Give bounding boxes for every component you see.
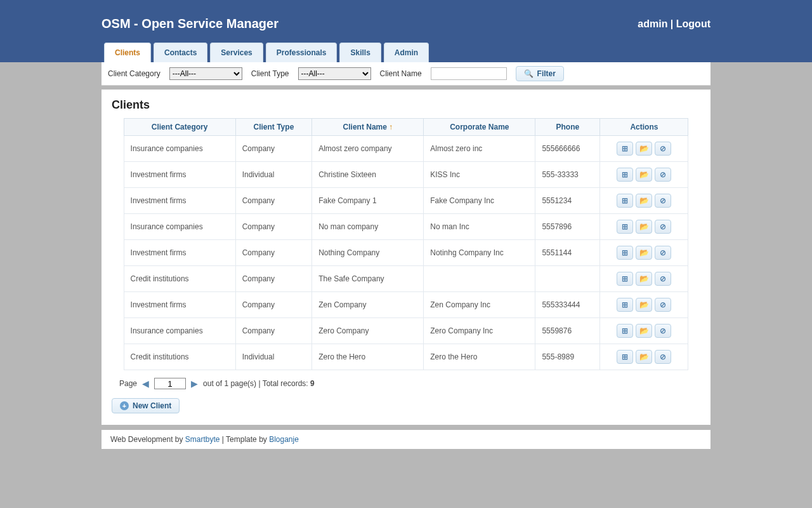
th-client-type[interactable]: Client Type — [235, 119, 312, 136]
cell-phone: 5551144 — [535, 240, 600, 266]
disable-action[interactable]: ⊘ — [655, 194, 671, 208]
view-action[interactable]: ⊞ — [617, 168, 633, 182]
view-icon: ⊞ — [622, 326, 628, 335]
disable-icon: ⊘ — [660, 144, 666, 153]
open-action[interactable]: 📂 — [636, 246, 652, 260]
clients-table: Client Category Client Type Client Name↑… — [124, 118, 689, 370]
table-row: Insurance companiesCompanyNo man company… — [124, 214, 688, 240]
cell-actions: ⊞📂⊘ — [600, 188, 688, 214]
tab-clients[interactable]: Clients — [104, 43, 151, 62]
table-row: Insurance companiesCompanyAlmost zero co… — [124, 136, 688, 162]
cell-category: Insurance companies — [124, 214, 235, 240]
username-link[interactable]: admin — [638, 18, 667, 29]
filter-category-select[interactable]: ---All--- — [169, 67, 242, 80]
view-action[interactable]: ⊞ — [617, 220, 633, 234]
footer-link-smartbyte[interactable]: Smartbyte — [185, 435, 220, 444]
cell-corporate: No man Inc — [424, 214, 535, 240]
filter-category-label: Client Category — [108, 69, 160, 78]
table-row: Investment firmsCompanyNothing CompanyNo… — [124, 240, 688, 266]
view-action[interactable]: ⊞ — [617, 272, 633, 286]
disable-action[interactable]: ⊘ — [655, 350, 671, 364]
cell-phone: 5551234 — [535, 188, 600, 214]
filter-name-input[interactable] — [431, 67, 507, 80]
th-client-category[interactable]: Client Category — [124, 119, 235, 136]
open-action[interactable]: 📂 — [636, 298, 652, 312]
cell-type: Individual — [235, 344, 312, 370]
open-action[interactable]: 📂 — [636, 194, 652, 208]
view-action[interactable]: ⊞ — [617, 350, 633, 364]
disable-action[interactable]: ⊘ — [655, 324, 671, 338]
cell-category: Credit institutions — [124, 344, 235, 370]
tab-skills[interactable]: Skills — [339, 43, 381, 62]
tab-admin[interactable]: Admin — [384, 43, 429, 62]
cell-name: Fake Company 1 — [312, 188, 424, 214]
filter-button[interactable]: 🔍 Filter — [516, 66, 564, 81]
search-icon: 🔍 — [524, 69, 534, 78]
cell-corporate: KISS Inc — [424, 162, 535, 188]
logout-link[interactable]: Logout — [676, 18, 710, 29]
pager: Page ◀ ▶ out of 1 page(s) | Total record… — [114, 378, 698, 389]
filter-type-select[interactable]: ---All--- — [298, 67, 371, 80]
tab-professionals[interactable]: Professionals — [266, 43, 337, 62]
view-action[interactable]: ⊞ — [617, 246, 633, 260]
open-action[interactable]: 📂 — [636, 168, 652, 182]
cell-corporate: Almost zero inc — [424, 136, 535, 162]
cell-phone: 555666666 — [535, 136, 600, 162]
view-icon: ⊞ — [622, 248, 628, 257]
cell-actions: ⊞📂⊘ — [600, 136, 688, 162]
pager-total-records: 9 — [310, 379, 315, 388]
cell-name: Zero Company — [312, 318, 424, 344]
view-action[interactable]: ⊞ — [617, 324, 633, 338]
folder-icon: 📂 — [639, 196, 649, 205]
cell-name: Zen Company — [312, 292, 424, 318]
open-action[interactable]: 📂 — [636, 350, 652, 364]
cell-category: Insurance companies — [124, 318, 235, 344]
folder-icon: 📂 — [639, 248, 649, 257]
open-action[interactable]: 📂 — [636, 220, 652, 234]
th-phone[interactable]: Phone — [535, 119, 600, 136]
pager-page-label: Page — [119, 379, 137, 388]
disable-action[interactable]: ⊘ — [655, 168, 671, 182]
folder-icon: 📂 — [639, 274, 649, 283]
view-icon: ⊞ — [622, 196, 628, 205]
cell-phone: 555-8989 — [535, 344, 600, 370]
open-action[interactable]: 📂 — [636, 324, 652, 338]
disable-action[interactable]: ⊘ — [655, 142, 671, 156]
disable-action[interactable]: ⊘ — [655, 246, 671, 260]
open-action[interactable]: 📂 — [636, 142, 652, 156]
cell-actions: ⊞📂⊘ — [600, 162, 688, 188]
disable-icon: ⊘ — [660, 196, 666, 205]
footer-link-bloganje[interactable]: Bloganje — [269, 435, 299, 444]
disable-action[interactable]: ⊘ — [655, 272, 671, 286]
cell-category: Investment firms — [124, 292, 235, 318]
filter-bar: Client Category ---All--- Client Type --… — [102, 62, 710, 86]
folder-icon: 📂 — [639, 170, 649, 179]
main-content: Clients Client Category Client Type Clie… — [102, 90, 710, 425]
tab-contacts[interactable]: Contacts — [154, 43, 207, 62]
footer: Web Development by Smartbyte | Template … — [102, 430, 710, 449]
folder-icon: 📂 — [639, 326, 649, 335]
th-corporate-name[interactable]: Corporate Name — [424, 119, 535, 136]
disable-action[interactable]: ⊘ — [655, 298, 671, 312]
cell-phone: 555333444 — [535, 292, 600, 318]
pager-next-icon[interactable]: ▶ — [191, 378, 198, 389]
app-header: OSM - Open Service Manager admin | Logou… — [0, 0, 812, 62]
open-action[interactable]: 📂 — [636, 272, 652, 286]
cell-corporate — [424, 266, 535, 292]
view-action[interactable]: ⊞ — [617, 194, 633, 208]
cell-name: Christine Sixteen — [312, 162, 424, 188]
view-action[interactable]: ⊞ — [617, 298, 633, 312]
new-client-button[interactable]: + New Client — [112, 398, 180, 413]
tab-services[interactable]: Services — [210, 43, 263, 62]
cell-actions: ⊞📂⊘ — [600, 344, 688, 370]
pager-page-input[interactable] — [154, 378, 186, 389]
view-action[interactable]: ⊞ — [617, 142, 633, 156]
folder-icon: 📂 — [639, 222, 649, 231]
cell-actions: ⊞📂⊘ — [600, 266, 688, 292]
filter-type-label: Client Type — [251, 69, 289, 78]
th-client-name[interactable]: Client Name↑ — [312, 119, 424, 136]
pager-prev-icon[interactable]: ◀ — [142, 378, 149, 389]
disable-icon: ⊘ — [660, 222, 666, 231]
disable-action[interactable]: ⊘ — [655, 220, 671, 234]
cell-type: Company — [235, 188, 312, 214]
